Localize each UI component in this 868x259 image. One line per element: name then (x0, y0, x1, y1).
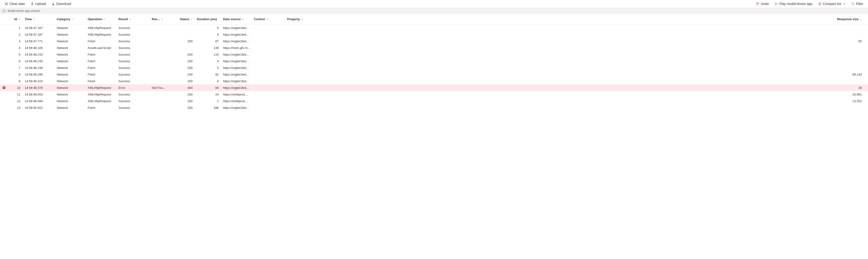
invite-label: Invite (761, 2, 769, 6)
header-response-size[interactable]: Response size (835, 17, 866, 21)
compact-list-button[interactable]: Compact list (818, 2, 845, 6)
cell-duration: 87 (197, 39, 223, 43)
cell-id: 4 (8, 46, 25, 50)
cell-result: Success (119, 79, 152, 83)
chevron-down-icon (860, 18, 862, 21)
cell-operation: XMLHttpRequest (88, 86, 119, 90)
cell-category: Network (57, 59, 88, 63)
svg-point-3 (4, 10, 4, 10)
cell-id: 6 (8, 59, 25, 63)
cell-result: Success (119, 59, 152, 63)
table-row[interactable]: 1214:58:48.494NetworkXMLHttpRequestSucce… (0, 98, 868, 104)
cell-data-source: https://shellprod.... (223, 93, 254, 96)
download-label: Download (56, 2, 71, 6)
header-id[interactable]: Id (8, 17, 25, 21)
header-data-source[interactable]: Data source (223, 17, 254, 21)
clear-data-button[interactable]: Clear data (5, 2, 25, 6)
cell-duration: 4 (197, 33, 223, 36)
chevron-down-icon (129, 18, 131, 21)
cell-response-size: 13,352 (835, 99, 866, 103)
filter-button[interactable]: Filter (851, 2, 863, 6)
cell-duration: 5 (197, 26, 223, 30)
cell-id: 7 (8, 66, 25, 69)
table-row[interactable]: 414:58:48.106NetworkAssetLoad.ScriptSucc… (0, 45, 868, 51)
chevron-down-icon (190, 18, 193, 21)
chevron-down-icon (33, 18, 35, 21)
table-body: 114:58:47.167NetworkXMLHttpRequestSucces… (0, 25, 868, 111)
cell-time: 14:58:47.167 (25, 26, 57, 30)
download-button[interactable]: Download (52, 2, 71, 6)
table-row[interactable]: 614:58:48.235NetworkFetchSuccess2004http… (0, 58, 868, 64)
chevron-down-icon (71, 18, 73, 21)
header-control[interactable]: Control (254, 17, 287, 21)
chevron-down-icon (266, 18, 268, 21)
cell-status: 200 (171, 79, 197, 83)
table-row[interactable]: 914:58:48.324NetworkFetchSuccess2004http… (0, 78, 868, 84)
cell-duration: 5 (197, 66, 223, 69)
table-row[interactable]: 814:58:48.296NetworkFetchSuccess20092htt… (0, 71, 868, 78)
cell-id: 1 (8, 26, 25, 30)
cell-data-source: https://orgbe1fed... (223, 73, 254, 76)
cell-id: 3 (8, 39, 25, 43)
cell-operation: XMLHttpRequest (88, 26, 119, 30)
cell-duration: 2 (197, 99, 223, 103)
cell-data-source: https://orgbe1fed... (223, 53, 254, 56)
cell-category: Network (57, 99, 88, 103)
header-duration[interactable]: Duration (ms) (197, 17, 223, 21)
table-row[interactable]: 1114:58:48.453NetworkXMLHttpRequestSucce… (0, 91, 868, 98)
header-operation[interactable]: Operation (88, 17, 119, 21)
cell-time: 14:58:48.106 (25, 46, 57, 50)
table-row[interactable]: 714:58:48.236NetworkFetchSuccess2005http… (0, 64, 868, 71)
cell-id: 11 (8, 93, 25, 96)
cell-category: Network (57, 106, 88, 110)
header-time[interactable]: Time (25, 17, 57, 21)
person-add-icon (756, 2, 760, 6)
cell-duration: 4 (197, 59, 223, 63)
cell-data-source: https://orgbe1fed... (223, 79, 254, 83)
cell-duration: 115 (197, 53, 223, 56)
cell-category: Network (57, 86, 88, 90)
cell-time: 14:58:47.771 (25, 39, 57, 43)
cell-data-source: https://mem.gfx.m... (223, 46, 254, 50)
cell-category: Network (57, 93, 88, 96)
error-icon (3, 86, 5, 89)
cell-duration: 84 (197, 86, 223, 90)
table-row[interactable]: 314:58:47.771NetworkFetchSuccess20087htt… (0, 38, 868, 45)
upload-button[interactable]: Upload (31, 2, 46, 6)
header-res[interactable]: Res... (152, 17, 171, 21)
table-row[interactable]: 214:58:47.167NetworkXMLHttpRequestSucces… (0, 31, 868, 38)
download-icon (52, 2, 55, 5)
cell-time: 14:58:48.236 (25, 66, 57, 69)
cell-response-size: 55 (835, 39, 866, 43)
svg-point-0 (756, 3, 758, 4)
table-row[interactable]: 114:58:47.167NetworkXMLHttpRequestSucces… (0, 25, 868, 31)
cell-category: Network (57, 73, 88, 76)
svg-point-1 (851, 3, 854, 4)
cell-operation: Fetch (88, 73, 119, 76)
cell-result: Success (119, 99, 152, 103)
play-button[interactable]: Play model-driven app (775, 2, 812, 6)
cell-data-source: https://orgbe1fed... (223, 86, 254, 90)
table-row[interactable]: 1014:58:48.378NetworkXMLHttpRequestError… (0, 84, 868, 91)
cell-status: 200 (171, 59, 197, 63)
cell-res: Not Fou... (152, 86, 171, 90)
cell-result: Success (119, 73, 152, 76)
cell-result: Success (119, 106, 152, 110)
header-category[interactable]: Category (57, 17, 88, 21)
toolbar: Clear data Upload Download Invite Play m… (0, 0, 868, 8)
cell-duration: 92 (197, 73, 223, 76)
table-row[interactable]: 514:58:48.233NetworkFetchSuccess200115ht… (0, 51, 868, 58)
header-property[interactable]: Property (287, 17, 332, 21)
chevron-down-icon (242, 18, 244, 21)
header-result[interactable]: Result (119, 17, 152, 21)
chevron-down-icon (161, 18, 163, 21)
cell-result: Success (119, 26, 152, 30)
cell-operation: Fetch (88, 53, 119, 56)
cell-id: 12 (8, 99, 25, 103)
header-status[interactable]: Status (171, 17, 197, 21)
cell-response-size: 28 (835, 86, 866, 90)
table-row[interactable]: 1314:58:50.922NetworkFetchSuccess200348h… (0, 104, 868, 111)
invite-button[interactable]: Invite (756, 2, 769, 6)
cell-category: Network (57, 46, 88, 50)
cell-response-size: 69,143 (835, 73, 866, 76)
